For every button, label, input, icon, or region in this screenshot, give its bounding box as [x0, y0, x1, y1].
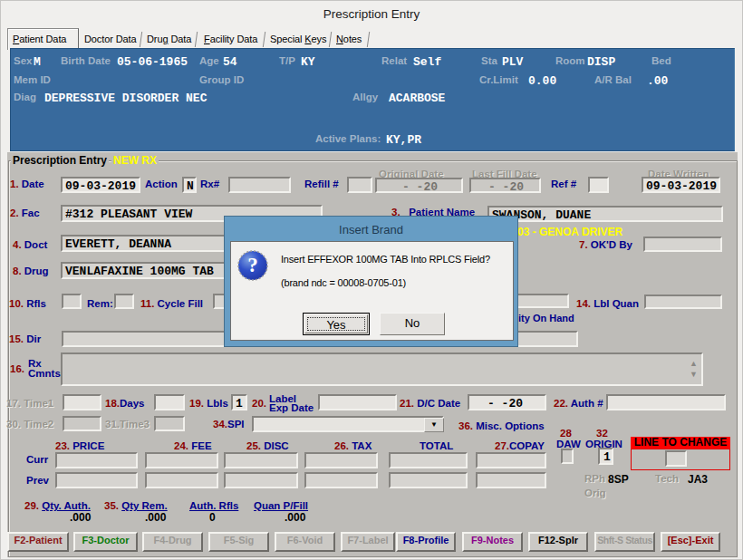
svg-text:?: ? — [247, 254, 258, 276]
